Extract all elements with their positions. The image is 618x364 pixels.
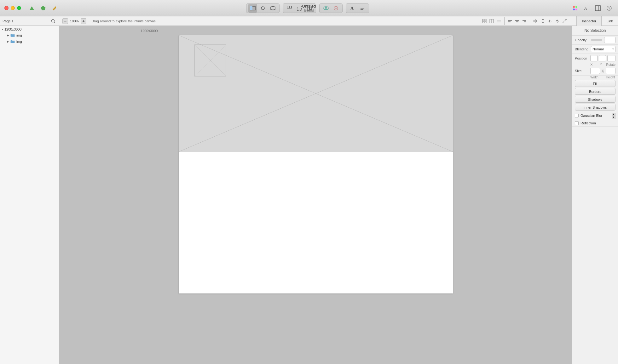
help-icon[interactable]: ? xyxy=(605,4,614,13)
col-icon[interactable] xyxy=(488,18,495,24)
blending-label: Blending xyxy=(575,47,589,51)
left-tools xyxy=(24,4,62,13)
tab-link[interactable]: Link xyxy=(601,16,618,26)
dist-vert-icon[interactable] xyxy=(540,18,546,24)
list-view-icon[interactable] xyxy=(269,4,277,13)
list-icon[interactable] xyxy=(496,18,502,24)
sidebar-item-label-1: img xyxy=(16,33,22,37)
size-sub-labels: Width Height xyxy=(572,76,618,79)
position-y-field[interactable] xyxy=(599,55,606,61)
blending-value: Normal xyxy=(592,47,604,51)
svg-rect-39 xyxy=(515,20,519,21)
svg-rect-29 xyxy=(482,21,484,23)
canvas-view-icon[interactable] xyxy=(248,4,257,13)
maximize-button[interactable] xyxy=(17,6,21,10)
toolbar-right-icons xyxy=(481,17,568,25)
reflection-label: Reflection xyxy=(580,121,615,125)
borders-button[interactable]: Borders xyxy=(575,88,615,95)
sidebar-item-img2[interactable]: ▶ img xyxy=(0,38,59,45)
svg-rect-46 xyxy=(542,19,544,20)
svg-rect-47 xyxy=(542,22,544,23)
artboard-content xyxy=(179,152,453,293)
window-title-area: Untitled Edited xyxy=(302,4,316,12)
grid-icon[interactable] xyxy=(481,18,488,24)
sidebar-group-label: 1200x3000 xyxy=(4,27,21,31)
gaussian-blur-checkbox[interactable] xyxy=(575,114,579,117)
reflection-row: Reflection xyxy=(572,120,618,127)
panel-toggle-icon[interactable] xyxy=(593,4,602,13)
sidebar-group-header[interactable]: ▾ 1200x3000 xyxy=(0,26,59,32)
opacity-row: Opacity xyxy=(572,36,618,45)
zoom-out-button[interactable]: − xyxy=(62,18,68,24)
svg-rect-40 xyxy=(516,21,518,22)
minimize-button[interactable] xyxy=(11,6,15,10)
svg-point-19 xyxy=(575,9,577,10)
gaussian-blur-label: Gaussian Blur xyxy=(580,114,609,117)
link-icon[interactable]: ⛓ xyxy=(601,69,604,72)
folder-icon-2 xyxy=(10,39,15,44)
gaussian-blur-stepper[interactable]: ▲ ▼ xyxy=(612,113,615,118)
fill-button[interactable]: Fill xyxy=(575,80,615,87)
blending-row: Blending Normal ▾ xyxy=(572,45,618,54)
stepper-down[interactable]: ▼ xyxy=(612,116,615,119)
rotate-sub-label: Rotate xyxy=(606,63,615,66)
page-label: Page 1 xyxy=(3,19,48,23)
svg-rect-7 xyxy=(297,6,302,10)
align-center-icon[interactable] xyxy=(514,18,520,24)
font-icon[interactable]: A xyxy=(582,4,591,13)
blending-chevron-icon: ▾ xyxy=(612,48,614,51)
search-icon[interactable] xyxy=(50,18,56,24)
text-style-icon[interactable] xyxy=(358,4,367,13)
size-label-row: Size ⛓ xyxy=(572,66,618,76)
stepper-up[interactable]: ▲ xyxy=(612,113,615,116)
dist-horiz-icon[interactable] xyxy=(532,18,539,24)
svg-rect-42 xyxy=(524,21,526,22)
chevron-down-icon: ▾ xyxy=(2,28,3,31)
inspector-tabs: Inspector Link xyxy=(576,16,618,26)
pentagon-tool[interactable] xyxy=(39,4,48,13)
svg-marker-0 xyxy=(30,6,34,10)
triangle-tool[interactable] xyxy=(27,4,36,13)
sidebar-item-img1[interactable]: ▶ img xyxy=(0,32,59,38)
toolbar-mid: − 100% + Drag around to explore the infi… xyxy=(59,18,160,24)
flip-vert-icon[interactable] xyxy=(554,18,560,24)
svg-rect-27 xyxy=(482,19,484,21)
arrange-icon[interactable] xyxy=(285,4,294,13)
y-sub-label: Y xyxy=(597,63,605,66)
svg-rect-44 xyxy=(536,20,537,22)
pencil-tool[interactable] xyxy=(50,4,59,13)
reflection-checkbox[interactable] xyxy=(575,121,579,125)
svg-rect-5 xyxy=(287,6,289,8)
color-picker-icon[interactable] xyxy=(571,4,580,13)
gaussian-blur-row: Gaussian Blur ▲ ▼ xyxy=(572,111,618,120)
position-label: Position xyxy=(575,56,589,60)
scale-icon[interactable] xyxy=(561,18,568,24)
svg-text:?: ? xyxy=(609,7,610,10)
height-field[interactable] xyxy=(606,68,615,74)
shadows-button[interactable]: Shadows xyxy=(575,96,615,103)
align-right-icon[interactable] xyxy=(521,18,528,24)
canvas-label: 1200x3000 xyxy=(141,29,158,33)
canvas-area[interactable]: 1200x3000 xyxy=(59,26,572,364)
inner-shadows-button[interactable]: Inner Shadows xyxy=(575,104,615,111)
grid-view-icon[interactable] xyxy=(258,4,267,13)
rotate-field[interactable] xyxy=(607,55,615,61)
svg-marker-1 xyxy=(41,6,45,10)
zoom-in-button[interactable]: + xyxy=(81,18,86,24)
svg-point-25 xyxy=(52,19,55,22)
position-x-field[interactable] xyxy=(590,55,598,61)
toolbar: Page 1 − 100% + Drag around to explore t… xyxy=(0,16,618,26)
opacity-slider[interactable] xyxy=(591,39,602,41)
sidebar-group: ▾ 1200x3000 ▶ img ▶ img xyxy=(0,26,59,45)
width-field[interactable] xyxy=(590,68,600,74)
align-left-icon[interactable] xyxy=(507,18,513,24)
text-icon[interactable]: A xyxy=(348,4,357,13)
opacity-value[interactable] xyxy=(604,37,615,43)
tab-inspector[interactable]: Inspector xyxy=(577,16,601,26)
close-button[interactable] xyxy=(4,6,9,10)
subtract-icon[interactable] xyxy=(332,4,340,13)
traffic-lights xyxy=(0,6,21,10)
blending-select[interactable]: Normal ▾ xyxy=(591,46,615,52)
union-icon[interactable] xyxy=(321,4,330,13)
flip-horiz-icon[interactable] xyxy=(547,18,553,24)
